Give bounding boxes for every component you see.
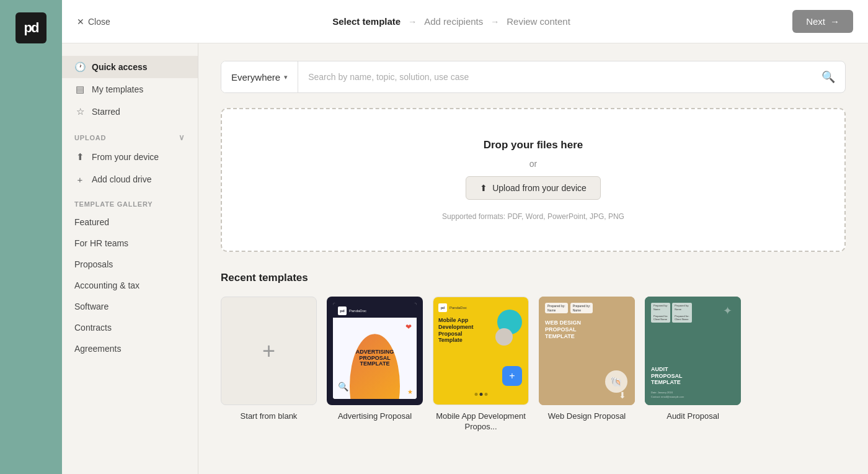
sidebar: 🕐 Quick access ▤ My templates ☆ Starred … [62,43,198,474]
upload-from-device-button[interactable]: ⬆ Upload from your device [466,176,601,200]
modal-header: ✕ Close Select template → Add recipients… [62,0,868,43]
template-name-advertising: Advertising Proposal [327,411,423,422]
step-select: Select template [332,16,401,27]
drop-zone-title: Drop your files here [484,139,583,151]
sidebar-item-my-templates[interactable]: ▤ My templates [62,78,198,101]
template-card-advertising[interactable]: pd PandaDoc ADVERTISINGPROPOSALTEMPLATE … [327,297,423,432]
search-bar: Everywhere ▾ 🔍 [221,61,846,93]
sidebar-item-agreements[interactable]: Agreements [62,338,198,359]
sidebar-item-featured[interactable]: Featured [62,212,198,233]
sidebar-item-proposals[interactable]: Proposals [62,254,198,275]
upload-chevron-icon: ∨ [179,133,185,142]
modal-body: 🕐 Quick access ▤ My templates ☆ Starred … [62,43,868,474]
template-thumb-advertising: pd PandaDoc ADVERTISINGPROPOSALTEMPLATE … [327,297,423,405]
template-name-blank: Start from blank [221,411,317,422]
search-input-wrap: 🔍 [298,70,845,84]
sidebar-item-contracts[interactable]: Contracts [62,317,198,338]
steps-indicator: Select template → Add recipients → Revie… [110,16,792,27]
main-content: Everywhere ▾ 🔍 Drop your files here or ⬆… [198,43,868,474]
mob-dot-3 [484,393,487,396]
search-icon[interactable]: 🔍 [822,70,835,84]
step-recipients: Add recipients [424,16,483,27]
app-logo[interactable]: pd [16,12,46,43]
close-icon: ✕ [77,17,84,27]
sidebar-item-hr-teams[interactable]: For HR teams [62,233,198,254]
template-thumb-audit: Prepared by:NamePrepared for:Client Name… [645,297,741,405]
star-icon: ☆ [74,106,86,117]
template-card-blank[interactable]: + Start from blank [221,297,317,432]
logo-area: pd [0,0,62,474]
step-arrow-2: → [490,17,499,27]
heart-icon: ❤ [405,323,412,331]
template-thumb-web-design: Prepared by:Name Prepared by:Name WEB DE… [539,297,635,405]
close-button[interactable]: ✕ Close [77,17,110,27]
drop-zone-or: or [529,159,537,169]
template-card-audit[interactable]: Prepared by:NamePrepared for:Client Name… [645,297,741,432]
supported-formats-text: Supported formats: PDF, Word, PowerPoint… [442,212,624,221]
upload-icon: ⬆ [74,151,86,163]
template-card-web-design[interactable]: Prepared by:Name Prepared by:Name WEB DE… [539,297,635,432]
adv-logo: pd [338,306,347,315]
step-arrow-1: → [408,17,417,27]
filter-chevron-icon: ▾ [284,73,288,81]
mob-dot-1 [474,393,477,396]
add-icon: + [262,340,275,362]
recent-templates-title: Recent templates [221,272,846,284]
mob-circle-small [495,328,513,346]
template-name-web-design: Web Design Proposal [539,411,635,422]
adv-star-icon: ★ [407,388,413,395]
add-cloud-icon: + [74,174,86,185]
web-circle-icon: 🐚 [605,370,627,393]
sidebar-item-quick-access[interactable]: 🕐 Quick access [62,56,198,78]
gallery-section-label: TEMPLATE GALLERY [62,190,198,212]
next-arrow-icon: → [830,16,839,27]
search-input[interactable] [308,72,817,82]
sidebar-item-from-device[interactable]: ⬆ From your device [62,146,198,168]
mob-dot-2 [479,393,482,396]
upload-btn-icon: ⬆ [480,183,487,193]
upload-section-label: UPLOAD ∨ [62,123,198,146]
drop-zone: Drop your files here or ⬆ Upload from yo… [221,108,846,252]
next-button[interactable]: Next → [792,10,853,33]
sidebar-item-starred[interactable]: ☆ Starred [62,101,198,123]
adv-search-icon: 🔍 [338,382,348,391]
sidebar-item-add-cloud[interactable]: + Add cloud drive [62,168,198,190]
sidebar-item-accounting[interactable]: Accounting & tax [62,275,198,296]
mob-logo: pd [438,303,447,312]
mob-dots [474,393,487,396]
template-name-audit: Audit Proposal [645,411,741,422]
step-review: Review content [507,16,570,27]
modal-container: ✕ Close Select template → Add recipients… [62,0,868,474]
template-icon: ▤ [74,84,86,95]
sidebar-item-software[interactable]: Software [62,296,198,317]
template-thumb-mobile-app: pd PandaDoc Mobile AppDevelopmentProposa… [433,297,529,405]
search-filter-dropdown[interactable]: Everywhere ▾ [221,61,298,92]
clock-icon: 🕐 [74,61,86,73]
mob-plus-btn: + [502,366,522,386]
web-bottom-icon: ⬇ [619,390,626,400]
template-name-mobile-app: Mobile App Development Propos... [433,411,529,432]
templates-grid: + Start from blank pd PandaDoc ADV [221,297,846,432]
template-thumb-blank: + [221,297,317,405]
audit-star-icon: ✦ [723,304,732,318]
template-card-mobile-app[interactable]: pd PandaDoc Mobile AppDevelopmentProposa… [433,297,529,432]
